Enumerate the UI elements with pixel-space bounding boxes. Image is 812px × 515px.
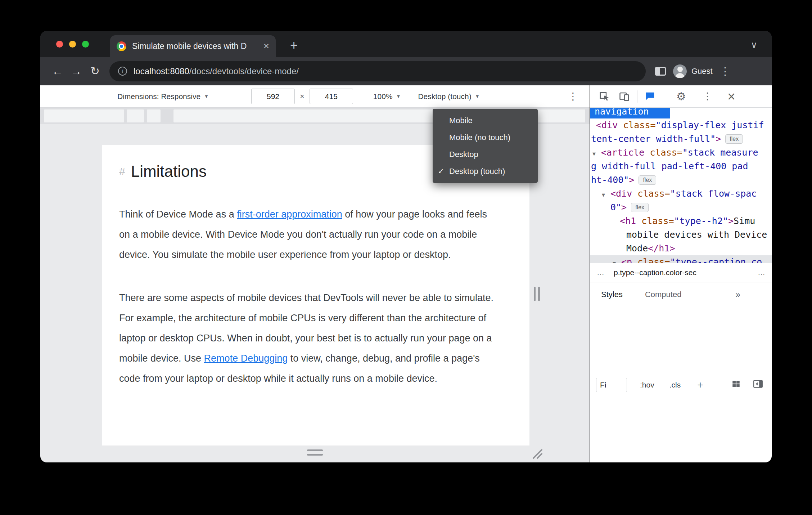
code-segment: <div	[596, 120, 618, 130]
device-type-value: Desktop (touch)	[418, 92, 471, 101]
window-controls	[56, 41, 89, 48]
dom-tree-node[interactable]: Mode</h1>	[590, 242, 772, 255]
code-segment: g width-full pad-left-400 pad	[591, 161, 748, 171]
code-segment: >	[716, 134, 721, 144]
address-bar[interactable]: i localhost:8080/docs/devtools/device-mo…	[109, 61, 646, 81]
code-segment: <p	[621, 257, 632, 263]
viewport-corner-resize-handle[interactable]	[531, 447, 543, 461]
width-input[interactable]	[251, 89, 295, 104]
device-menu-item-mobile[interactable]: Mobile	[433, 112, 538, 129]
code-segment: "type--h2"	[674, 216, 728, 226]
forward-button[interactable]: →	[67, 65, 86, 78]
dom-node-selected-partial[interactable]: navigation	[590, 108, 772, 118]
tab-styles[interactable]: Styles	[601, 290, 623, 299]
toggle-element-state-button[interactable]: :hov	[640, 381, 654, 389]
dom-tree-node[interactable]: ▼<p class="type--caption co	[590, 255, 772, 263]
close-devtools-icon[interactable]: ×	[727, 90, 735, 103]
more-tabs-chevron-icon[interactable]: »	[735, 290, 740, 300]
navigation-bar: ← → ↻ i localhost:8080/docs/devtools/dev…	[40, 57, 772, 85]
heading-anchor-hash[interactable]: #	[119, 165, 125, 178]
filter-bar-icons	[731, 379, 763, 390]
styles-filter-input[interactable]	[596, 378, 627, 392]
settings-gear-icon[interactable]: ⚙	[676, 91, 686, 102]
expand-arrow-icon[interactable]: ▼	[613, 256, 621, 263]
minimize-window-button[interactable]	[69, 41, 76, 48]
doc-link[interactable]: first-order approximation	[237, 209, 342, 220]
dom-tree-node[interactable]: 0">flex	[590, 201, 772, 214]
dom-tree-node[interactable]: ht-400">flex	[590, 173, 772, 187]
back-button[interactable]: ←	[48, 65, 67, 78]
zoom-select[interactable]: 100% ▼	[373, 92, 401, 101]
viewport-height-resize-handle[interactable]	[307, 449, 323, 456]
zoom-window-button[interactable]	[82, 41, 89, 48]
devtools-menu-icon[interactable]: ⋮	[703, 91, 712, 101]
element-classes-button[interactable]: .cls	[669, 381, 681, 389]
expand-arrow-icon[interactable]: ▼	[602, 188, 610, 201]
dimensions-times-separator: ×	[300, 92, 304, 101]
profile-name: Guest	[691, 67, 713, 76]
new-tab-button[interactable]: +	[290, 39, 298, 52]
tab-overflow-chevron-icon[interactable]: ∨	[751, 40, 757, 49]
zoom-value: 100%	[373, 92, 393, 101]
dom-tree-node[interactable]: <div class="display-flex justif	[590, 118, 772, 132]
ruler-segment	[147, 109, 161, 122]
url-host: localhost:8080	[134, 66, 189, 76]
check-icon: ✓	[433, 167, 449, 176]
code-segment: mobile devices with Device	[626, 229, 767, 240]
chevron-down-icon: ▼	[396, 94, 401, 99]
dom-tree-node[interactable]: ▼<article class="stack measure	[590, 146, 772, 160]
flex-badge[interactable]: flex	[639, 175, 656, 185]
code-segment: <div	[610, 188, 632, 199]
close-window-button[interactable]	[56, 41, 63, 48]
reload-button[interactable]: ↻	[86, 64, 104, 78]
flex-badge[interactable]: flex	[725, 134, 743, 144]
side-panel-icon[interactable]	[655, 67, 666, 76]
dom-tree-node[interactable]: tent-center width-full">flex	[590, 132, 772, 146]
browser-menu-icon[interactable]: ⋮	[720, 65, 731, 77]
tab-title: Simulate mobile devices with D	[132, 41, 261, 51]
code-segment: >	[621, 202, 627, 212]
device-menu-item-desktop-touch[interactable]: ✓Desktop (touch)	[433, 163, 538, 180]
styles-filter-bar: :hov .cls +	[590, 307, 772, 462]
device-type-select[interactable]: Desktop (touch) ▼	[418, 92, 479, 101]
expand-arrow-icon[interactable]: ▼	[592, 147, 601, 160]
grid-icon[interactable]	[731, 379, 741, 390]
code-segment: 0"	[610, 202, 621, 212]
dom-tree-node[interactable]: g width-full pad-left-400 pad	[590, 160, 772, 173]
device-menu-item-label: Desktop (touch)	[449, 167, 505, 176]
dom-tree-node[interactable]: mobile devices with Device	[590, 228, 772, 242]
inspect-element-icon[interactable]	[599, 91, 610, 102]
toggle-device-toolbar-icon[interactable]	[619, 91, 630, 102]
device-menu-item-desktop[interactable]: Desktop	[433, 146, 538, 163]
dom-tree-node[interactable]: ▼<div class="stack flow-spac	[590, 187, 772, 201]
code-segment: class=	[632, 188, 670, 199]
code-segment: "stack flow-spac	[670, 188, 757, 199]
flex-badge[interactable]: flex	[631, 203, 649, 212]
site-info-icon[interactable]: i	[118, 67, 127, 76]
paragraph: Think of Device Mode as a first-order ap…	[119, 204, 493, 265]
breadcrumb-overflow-left[interactable]: …	[597, 268, 604, 277]
doc-link[interactable]: Remote Debugging	[204, 353, 288, 364]
console-messages-icon[interactable]	[645, 91, 655, 102]
device-toolbar-more-icon[interactable]: ⋮	[568, 90, 578, 102]
dom-tree-node[interactable]: <h1 class="type--h2">Simu	[590, 214, 772, 228]
close-tab-icon[interactable]: ×	[263, 41, 269, 51]
device-type-menu: MobileMobile (no touch)Desktop✓Desktop (…	[433, 109, 538, 183]
breadcrumb-overflow-right[interactable]: …	[758, 268, 765, 277]
dock-side-icon[interactable]	[753, 379, 763, 390]
new-style-rule-button[interactable]: +	[697, 379, 703, 391]
height-input[interactable]	[310, 89, 353, 104]
dimensions-label: Dimensions: Responsive	[117, 92, 200, 101]
paragraph: There are some aspects of mobile devices…	[119, 288, 493, 389]
breadcrumb-selected-node[interactable]: p.type--caption.color-sec	[614, 268, 696, 277]
viewport-width-resize-handle[interactable]	[534, 287, 540, 301]
device-toolbar: Dimensions: Responsive ▼ × 100% ▼ Deskto…	[40, 85, 590, 108]
code-segment: tent-center width-full"	[591, 134, 716, 144]
profile-chip[interactable]: Guest	[673, 64, 713, 78]
device-menu-item-mobile-no-touch[interactable]: Mobile (no touch)	[433, 129, 538, 146]
browser-tab[interactable]: Simulate mobile devices with D ×	[110, 35, 276, 57]
tab-computed[interactable]: Computed	[645, 290, 682, 299]
dimensions-select[interactable]: Dimensions: Responsive ▼	[117, 92, 209, 101]
elements-breadcrumb: … p.type--caption.color-sec …	[590, 263, 772, 282]
code-segment: >	[629, 175, 634, 185]
